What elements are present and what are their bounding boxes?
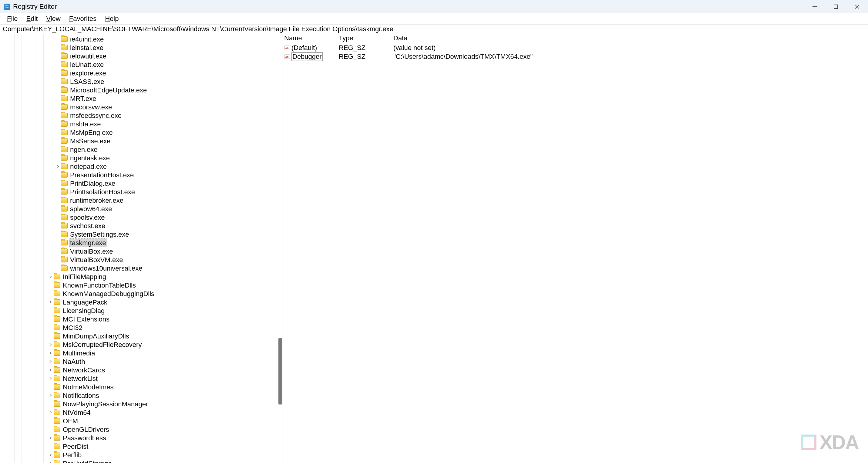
tree-item[interactable]: msfeedssync.exe (0, 111, 282, 120)
chevron-right-icon (49, 377, 52, 380)
tree-item[interactable]: iexplore.exe (0, 69, 282, 77)
chevron-right-icon (49, 436, 52, 439)
tree-item[interactable]: ieinstal.exe (0, 43, 282, 52)
tree-item[interactable]: PrintIsolationHost.exe (0, 188, 282, 196)
tree-item[interactable]: NowPlayingSessionManager (0, 400, 282, 408)
tree-expander[interactable] (48, 360, 54, 363)
tree-item[interactable]: LSASS.exe (0, 77, 282, 86)
tree-expander[interactable] (48, 275, 54, 278)
tree-item[interactable]: NtVdm64 (0, 408, 282, 417)
tree-label: Multimedia (62, 349, 96, 357)
tree-item[interactable]: OpenGLDrivers (0, 425, 282, 434)
tree-expander[interactable] (48, 436, 54, 439)
folder-icon (61, 155, 68, 161)
tree-expander[interactable] (48, 394, 54, 397)
tree-label: MicrosoftEdgeUpdate.exe (69, 86, 147, 94)
list-header: Name Type Data (282, 34, 868, 43)
value-data: "C:\Users\adamc\Downloads\TMX\TMX64.exe" (392, 53, 868, 61)
tree-item[interactable]: MCI32 (0, 323, 282, 332)
tree-item[interactable]: Notifications (0, 391, 282, 400)
folder-icon (61, 53, 68, 59)
tree-item[interactable]: windows10universal.exe (0, 264, 282, 272)
chevron-right-icon (49, 360, 52, 363)
tree-item[interactable]: PerHwIdStorage (0, 459, 282, 463)
folder-icon (54, 342, 60, 347)
folder-icon (61, 96, 68, 101)
menu-help[interactable]: Help (101, 13, 123, 24)
tree-item[interactable]: MsMpEng.exe (0, 128, 282, 137)
tree-label: MsSense.exe (69, 137, 111, 145)
tree-item[interactable]: taskmgr.exe (0, 238, 282, 247)
tree-item[interactable]: NetworkList (0, 374, 282, 383)
maximize-button[interactable] (825, 0, 846, 13)
tree-item[interactable]: LanguagePack (0, 298, 282, 306)
tree-expander[interactable] (48, 462, 54, 463)
menu-edit[interactable]: Edit (22, 13, 42, 24)
tree-expander[interactable] (48, 377, 54, 380)
titlebar: Registry Editor (0, 0, 868, 13)
folder-icon (61, 164, 68, 169)
tree-item[interactable]: PrintDialog.exe (0, 179, 282, 188)
tree-item[interactable]: VirtualBoxVM.exe (0, 256, 282, 264)
tree-item[interactable]: runtimebroker.exe (0, 196, 282, 204)
tree-item[interactable]: MiniDumpAuxiliaryDlls (0, 332, 282, 340)
tree-item[interactable]: ieUnatt.exe (0, 60, 282, 69)
tree-item[interactable]: MCI Extensions (0, 315, 282, 323)
tree-item[interactable]: ie4uinit.exe (0, 35, 282, 43)
tree-item[interactable]: SystemSettings.exe (0, 230, 282, 238)
tree-item[interactable]: Perflib (0, 451, 282, 459)
tree-item[interactable]: MsSense.exe (0, 137, 282, 145)
tree-item[interactable]: VirtualBox.exe (0, 247, 282, 256)
menubar: File Edit View Favorites Help (0, 13, 868, 25)
tree-item[interactable]: ngentask.exe (0, 154, 282, 162)
tree-expander[interactable] (48, 368, 54, 371)
header-data[interactable]: Data (392, 34, 868, 42)
tree-item[interactable]: notepad.exe (0, 162, 282, 171)
menu-favorites[interactable]: Favorites (65, 13, 101, 24)
tree-expander[interactable] (48, 343, 54, 346)
tree-item[interactable]: NetworkCards (0, 366, 282, 374)
list-row[interactable]: abDebuggerREG_SZ"C:\Users\adamc\Download… (282, 52, 868, 61)
menu-file[interactable]: File (3, 13, 22, 24)
header-name[interactable]: Name (282, 34, 337, 42)
tree-item[interactable]: OEM (0, 417, 282, 425)
tree-item[interactable]: spoolsv.exe (0, 213, 282, 222)
tree-item[interactable]: MsiCorruptedFileRecovery (0, 340, 282, 349)
tree-item[interactable]: MicrosoftEdgeUpdate.exe (0, 86, 282, 94)
tree-item[interactable]: ielowutil.exe (0, 52, 282, 60)
tree-item[interactable]: IniFileMapping (0, 272, 282, 281)
scrollbar-thumb[interactable] (278, 338, 282, 404)
tree-item[interactable]: PresentationHost.exe (0, 171, 282, 179)
address-bar[interactable]: Computer\HKEY_LOCAL_MACHINE\SOFTWARE\Mic… (0, 25, 868, 34)
tree-label: LSASS.exe (69, 77, 105, 86)
tree-item[interactable]: PeerDist (0, 442, 282, 451)
tree-item[interactable]: svchost.exe (0, 222, 282, 230)
tree-item[interactable]: mscorsvw.exe (0, 103, 282, 111)
tree-item[interactable]: KnownFunctionTableDlls (0, 281, 282, 289)
tree-item[interactable]: ngen.exe (0, 145, 282, 154)
tree-expander[interactable] (55, 165, 61, 168)
tree-item[interactable]: splwow64.exe (0, 204, 282, 213)
tree-scrollbar[interactable] (278, 34, 282, 463)
menu-view[interactable]: View (42, 13, 65, 24)
folder-icon (61, 138, 68, 144)
tree-item[interactable]: LicensingDiag (0, 306, 282, 315)
registry-tree[interactable]: ie4uinit.exeieinstal.exeielowutil.exeieU… (0, 34, 282, 463)
tree-item[interactable]: Multimedia (0, 349, 282, 357)
tree-item[interactable]: MRT.exe (0, 94, 282, 103)
tree-expander[interactable] (48, 411, 54, 414)
folder-icon (54, 333, 60, 339)
tree-expander[interactable] (48, 453, 54, 456)
list-row[interactable]: ab(Default)REG_SZ(value not set) (282, 43, 868, 52)
tree-item[interactable]: NaAuth (0, 357, 282, 366)
tree-item[interactable]: NoImeModeImes (0, 383, 282, 391)
minimize-button[interactable] (804, 0, 825, 13)
tree-item[interactable]: PasswordLess (0, 434, 282, 442)
tree-expander[interactable] (48, 301, 54, 304)
tree-item[interactable]: KnownManagedDebuggingDlls (0, 289, 282, 298)
header-type[interactable]: Type (337, 34, 392, 42)
close-button[interactable] (846, 0, 868, 13)
tree-item[interactable]: mshta.exe (0, 120, 282, 128)
tree-expander[interactable] (48, 352, 54, 355)
value-name: (Default) (291, 44, 317, 52)
